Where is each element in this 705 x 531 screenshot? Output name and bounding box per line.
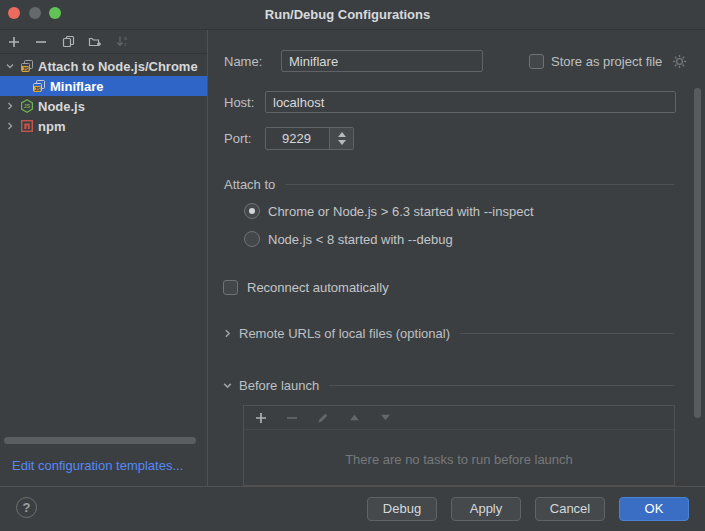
before-launch-task-list: There are no tasks to run before launch: [243, 405, 675, 486]
minimize-window-button: [29, 7, 41, 19]
move-down-icon: [377, 410, 393, 426]
sidebar-horizontal-scrollbar[interactable]: [4, 437, 196, 444]
chevron-down-icon[interactable]: [4, 61, 16, 71]
tree-item-attach-to-nodejs-chrome[interactable]: JS Attach to Node.js/Chrome: [0, 56, 207, 76]
port-label: Port:: [224, 131, 251, 146]
svg-text:JS: JS: [34, 87, 40, 92]
radio-selected-icon[interactable]: [244, 203, 260, 219]
port-stepper[interactable]: [329, 128, 353, 149]
section-rule: [329, 385, 674, 386]
attach-to-section-header: Attach to: [224, 177, 674, 192]
footer-buttons: Debug Apply Cancel OK: [367, 497, 689, 521]
close-window-button[interactable]: [8, 7, 20, 19]
remove-task-icon: [284, 410, 300, 426]
chevron-right-icon[interactable]: [4, 121, 16, 131]
dialog-footer: ? Debug Apply Cancel OK: [0, 486, 705, 531]
configurations-sidebar: az JS Attach to Node.js/Chrome JS Minifl…: [0, 30, 208, 486]
host-input[interactable]: localhost: [265, 91, 676, 113]
svg-text:JS: JS: [24, 103, 31, 109]
store-as-project-file-row: Store as project file: [529, 50, 687, 72]
sort-configurations-icon: az: [114, 34, 130, 50]
chevron-down-icon[interactable]: [222, 380, 233, 391]
radio-option-label: Node.js < 8 started with --debug: [268, 232, 453, 247]
port-input[interactable]: 9229: [265, 127, 354, 150]
attach-nodejs-chrome-icon: JS: [32, 79, 46, 93]
radio-unselected-icon[interactable]: [244, 231, 260, 247]
radio-option-inspect[interactable]: Chrome or Node.js > 6.3 started with --i…: [244, 203, 534, 219]
reconnect-automatically-checkbox[interactable]: [223, 280, 238, 295]
tree-item-miniflare[interactable]: JS Miniflare: [0, 76, 207, 96]
store-as-project-file-checkbox[interactable]: [529, 54, 544, 69]
tree-item-npm[interactable]: npm: [0, 116, 207, 136]
reconnect-automatically-row[interactable]: Reconnect automatically: [223, 280, 389, 295]
before-launch-section-header[interactable]: Before launch: [222, 378, 674, 393]
remote-urls-section-header[interactable]: Remote URLs of local files (optional): [222, 326, 674, 341]
add-configuration-icon[interactable]: [6, 34, 22, 50]
section-rule: [285, 184, 674, 185]
configuration-form: Name: Miniflare Store as project file Ho…: [208, 30, 705, 486]
apply-button[interactable]: Apply: [451, 497, 521, 521]
ok-button[interactable]: OK: [619, 497, 689, 521]
tree-item-label: npm: [38, 119, 65, 134]
tree-item-nodejs[interactable]: JS Node.js: [0, 96, 207, 116]
cancel-button[interactable]: Cancel: [535, 497, 605, 521]
attach-to-title: Attach to: [224, 177, 275, 192]
tree-item-label: Node.js: [38, 99, 85, 114]
stepper-up-icon[interactable]: [338, 132, 346, 137]
move-up-icon: [346, 410, 362, 426]
radio-option-label: Chrome or Node.js > 6.3 started with --i…: [268, 204, 534, 219]
radio-option-debug[interactable]: Node.js < 8 started with --debug: [244, 231, 453, 247]
sidebar-toolbar: az: [0, 30, 207, 54]
remote-urls-title: Remote URLs of local files (optional): [239, 326, 450, 341]
remove-configuration-icon[interactable]: [33, 34, 49, 50]
npm-icon: [20, 119, 34, 133]
debug-button[interactable]: Debug: [367, 497, 437, 521]
help-button[interactable]: ?: [16, 497, 37, 518]
nodejs-icon: JS: [20, 99, 34, 113]
svg-text:z: z: [124, 41, 127, 47]
no-tasks-message: There are no tasks to run before launch: [244, 452, 674, 467]
host-label: Host:: [224, 95, 254, 110]
titlebar: Run/Debug Configurations: [0, 0, 705, 30]
svg-text:JS: JS: [22, 67, 28, 72]
zoom-window-button[interactable]: [49, 7, 61, 19]
before-launch-title: Before launch: [239, 378, 319, 393]
reconnect-automatically-label: Reconnect automatically: [247, 280, 389, 295]
tree-item-label: Miniflare: [50, 79, 103, 94]
chevron-right-icon[interactable]: [222, 328, 233, 339]
add-task-icon[interactable]: [253, 410, 269, 426]
configurations-tree: JS Attach to Node.js/Chrome JS Miniflare…: [0, 56, 207, 136]
edit-configuration-templates-link[interactable]: Edit configuration templates...: [12, 458, 183, 473]
port-value[interactable]: 9229: [266, 128, 329, 149]
section-rule: [460, 333, 674, 334]
gear-icon[interactable]: [672, 54, 687, 69]
run-debug-configurations-dialog: Run/Debug Configurations az: [0, 0, 705, 531]
name-label: Name:: [224, 54, 262, 69]
form-vertical-scrollbar[interactable]: [694, 88, 701, 418]
attach-nodejs-chrome-icon: JS: [20, 59, 34, 73]
stepper-down-icon[interactable]: [338, 140, 346, 145]
copy-configuration-icon[interactable]: [60, 34, 76, 50]
before-launch-toolbar: [244, 406, 674, 430]
tree-item-label: Attach to Node.js/Chrome: [38, 59, 198, 74]
dialog-title: Run/Debug Configurations: [265, 7, 430, 22]
name-input[interactable]: Miniflare: [281, 50, 483, 72]
edit-task-icon: [315, 410, 331, 426]
chevron-right-icon[interactable]: [4, 101, 16, 111]
new-folder-icon[interactable]: [87, 34, 103, 50]
store-as-project-file-label: Store as project file: [551, 54, 662, 69]
